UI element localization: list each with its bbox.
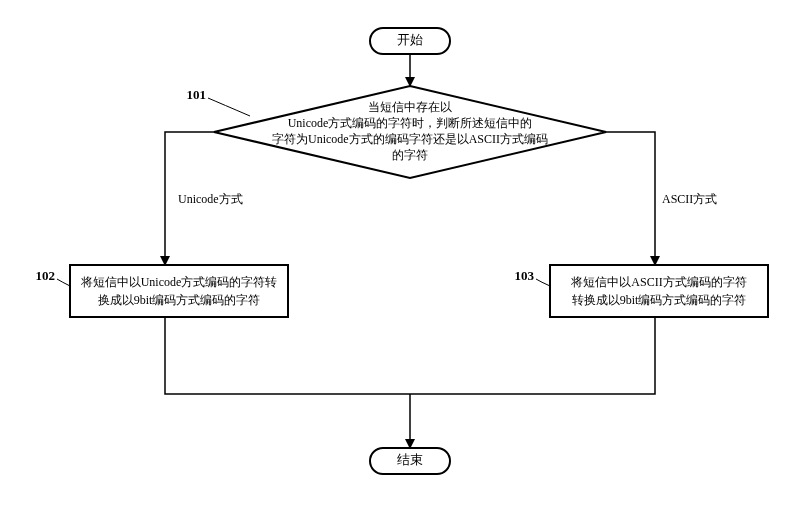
flow-right-merge xyxy=(410,317,655,394)
process-right-id-leader xyxy=(536,279,550,286)
decision-id: 101 xyxy=(187,87,207,102)
process-left-line2: 换成以9bit编码方式编码的字符 xyxy=(98,293,261,307)
decision-line2: Unicode方式编码的字符时，判断所述短信中的 xyxy=(288,116,533,130)
decision-line4: 的字符 xyxy=(392,148,428,162)
start-label: 开始 xyxy=(397,32,423,47)
decision-line3: 字符为Unicode方式的编码字符还是以ASCII方式编码 xyxy=(272,132,548,146)
process-left-id: 102 xyxy=(36,268,56,283)
process-right-id: 103 xyxy=(515,268,535,283)
process-left-line1: 将短信中以Unicode方式编码的字符转 xyxy=(80,275,278,289)
flow-left-merge xyxy=(165,317,410,394)
decision-line1: 当短信中存在以 xyxy=(368,100,452,114)
end-label: 结束 xyxy=(397,452,423,467)
process-left-id-leader xyxy=(57,279,70,286)
decision-id-leader xyxy=(208,98,250,116)
process-right xyxy=(550,265,768,317)
branch-right-label: ASCII方式 xyxy=(662,192,717,206)
branch-left-label: Unicode方式 xyxy=(178,192,243,206)
flow-right-branch xyxy=(606,132,655,265)
process-right-line2: 转换成以9bit编码方式编码的字符 xyxy=(572,293,747,307)
process-right-line1: 将短信中以ASCII方式编码的字符 xyxy=(570,275,746,289)
process-left xyxy=(70,265,288,317)
